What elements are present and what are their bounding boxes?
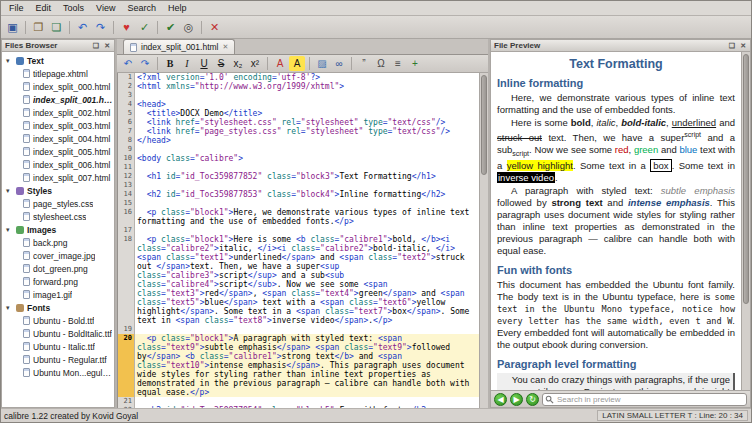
text-color-button[interactable]: A xyxy=(272,56,288,71)
code-text[interactable]: <body class="calibre"> xyxy=(135,154,479,163)
code-text[interactable]: <link href="page_styles.css" rel="styles… xyxy=(135,127,479,136)
file-item[interactable]: index_split_006.html xyxy=(2,158,114,171)
code-text[interactable]: <p class="block1">Here, we demonstrate v… xyxy=(135,208,479,226)
file-item[interactable]: dot_green.png xyxy=(2,262,114,275)
code-line[interactable]: 12 <h1 id="id_Toc359877852" class="block… xyxy=(118,172,479,181)
code-line[interactable]: 18 <p class="block1">Here is some <b cla… xyxy=(118,235,479,325)
code-line[interactable]: 6 <link href="stylesheet.css" rel="style… xyxy=(118,118,479,127)
file-item[interactable]: titlepage.xhtml xyxy=(2,67,114,80)
code-line[interactable]: 1<?xml version='1.0' encoding='utf-8'?> xyxy=(118,73,479,82)
files-section-images[interactable]: ▾Images xyxy=(2,223,114,236)
save-button[interactable]: ▣ xyxy=(4,19,21,35)
undo-button[interactable]: ↶ xyxy=(120,56,136,71)
file-item[interactable]: index_split_003.html xyxy=(2,119,114,132)
code-line[interactable]: 19 xyxy=(118,325,479,334)
preview-scrollbar-thumb[interactable] xyxy=(743,54,749,304)
code-text[interactable]: <head> xyxy=(135,100,479,109)
code-text[interactable] xyxy=(135,397,479,406)
superscript-button[interactable]: x² xyxy=(247,56,263,71)
undo-button[interactable]: ↶ xyxy=(74,19,91,35)
insert-image-button[interactable]: ▨ xyxy=(314,56,330,71)
check-book-button[interactable]: ✔ xyxy=(162,19,179,35)
code-text[interactable] xyxy=(135,325,479,334)
file-item[interactable]: Ubuntu - Regular.ttf xyxy=(2,353,114,366)
preview-scrollbar[interactable] xyxy=(741,52,750,390)
undock-icon[interactable]: ❏ xyxy=(728,42,736,50)
file-item[interactable]: cover_image.jpg xyxy=(2,249,114,262)
new-book-button[interactable]: ❐ xyxy=(30,19,47,35)
open-book-button[interactable]: ❏ xyxy=(48,19,65,35)
code-text[interactable] xyxy=(135,145,479,154)
strike-button[interactable]: S xyxy=(213,56,229,71)
underline-button[interactable]: U xyxy=(196,56,212,71)
close-file-button[interactable]: ✕ xyxy=(206,19,223,35)
close-icon[interactable]: ✕ xyxy=(103,42,111,50)
redo-button[interactable]: ↷ xyxy=(92,19,109,35)
code-line[interactable]: 2<html xmlns="http://www.w3.org/1999/xht… xyxy=(118,82,479,91)
menu-tools[interactable]: Tools xyxy=(57,2,90,14)
subscript-button[interactable]: x₂ xyxy=(230,56,246,71)
file-item[interactable]: Ubuntu - BoldItalic.ttf xyxy=(2,327,114,340)
smarten-punctuation-button[interactable]: ” xyxy=(356,56,372,71)
code-line[interactable]: 21 xyxy=(118,397,479,406)
preview-prev-button[interactable]: ◀ xyxy=(494,393,507,406)
expand-arrow-icon[interactable]: ▾ xyxy=(6,57,13,65)
code-text[interactable]: <p class="block1">A paragraph with style… xyxy=(135,334,479,397)
donate-button[interactable]: ♥ xyxy=(118,19,135,35)
insert-link-button[interactable]: ∞ xyxy=(331,56,347,71)
file-item[interactable]: index_split_000.html xyxy=(2,80,114,93)
code-text[interactable]: </head> xyxy=(135,136,479,145)
menu-help[interactable]: Help xyxy=(162,2,193,14)
file-item[interactable]: Ubuntu Mon...egular.ttf xyxy=(2,366,114,379)
editor-scrollbar-thumb[interactable] xyxy=(481,75,487,175)
code-text[interactable] xyxy=(135,181,479,190)
menu-file[interactable]: File xyxy=(3,2,30,14)
code-text[interactable] xyxy=(135,91,479,100)
code-line[interactable]: 10<body class="calibre"> xyxy=(118,154,479,163)
code-text[interactable]: <title>DOCX Demo</title> xyxy=(135,109,479,118)
code-text[interactable]: <link href="stylesheet.css" rel="stylesh… xyxy=(135,118,479,127)
bold-button[interactable]: B xyxy=(162,56,178,71)
preview-refresh-button[interactable]: ↻ xyxy=(526,393,539,406)
code-lines[interactable]: 1<?xml version='1.0' encoding='utf-8'?>2… xyxy=(118,73,479,408)
insert-special-char-button[interactable]: Ω xyxy=(373,56,389,71)
code-text[interactable]: <h1 id="id_Toc359877852" class="block3">… xyxy=(135,172,479,181)
italic-button[interactable]: I xyxy=(179,56,195,71)
file-item[interactable]: index_split_001.html xyxy=(2,93,114,106)
code-line[interactable]: 9 xyxy=(118,145,479,154)
code-line[interactable]: 8</head> xyxy=(118,136,479,145)
redo-button[interactable]: ↷ xyxy=(137,56,153,71)
file-item[interactable]: page_styles.css xyxy=(2,197,114,210)
file-item[interactable]: index_split_004.html xyxy=(2,132,114,145)
menu-search[interactable]: Search xyxy=(121,2,162,14)
code-text[interactable]: <html xmlns="http://www.w3.org/1999/xhtm… xyxy=(135,82,479,91)
file-item[interactable]: back.png xyxy=(2,236,114,249)
editor-scrollbar[interactable] xyxy=(479,73,488,408)
undock-icon[interactable]: ❏ xyxy=(92,42,100,50)
code-line[interactable]: 3 xyxy=(118,91,479,100)
code-line[interactable]: 16 <p class="block1">Here, we demonstrat… xyxy=(118,208,479,226)
close-icon[interactable]: ✕ xyxy=(739,42,747,50)
code-text[interactable] xyxy=(135,163,479,172)
code-line[interactable]: 15 xyxy=(118,199,479,208)
code-line[interactable]: 13 xyxy=(118,181,479,190)
files-section-text[interactable]: ▾Text xyxy=(2,54,114,67)
code-text[interactable]: <p class="block1">Here is some <b class=… xyxy=(135,235,479,325)
search-in-preview-input[interactable] xyxy=(542,393,747,406)
files-section-fonts[interactable]: ▾Fonts xyxy=(2,301,114,314)
code-line[interactable]: 14 <h2 id="id_Toc359877853" class="block… xyxy=(118,190,479,199)
expand-arrow-icon[interactable]: ▾ xyxy=(6,226,13,234)
code-text[interactable] xyxy=(135,199,479,208)
code-line[interactable]: 7 <link href="page_styles.css" rel="styl… xyxy=(118,127,479,136)
file-item[interactable]: forward.png xyxy=(2,275,114,288)
tab-index-split-001[interactable]: index_split_001.html ✕ xyxy=(123,39,235,54)
tab-close-icon[interactable]: ✕ xyxy=(223,43,229,51)
spell-check-button[interactable]: ✓ xyxy=(136,19,153,35)
file-item[interactable]: stylesheet.css xyxy=(2,210,114,223)
file-item[interactable]: index_split_005.html xyxy=(2,145,114,158)
bg-color-button[interactable]: A xyxy=(289,56,305,71)
search-button[interactable]: ◎ xyxy=(180,19,197,35)
expand-arrow-icon[interactable]: ▾ xyxy=(6,187,13,195)
files-section-styles[interactable]: ▾Styles xyxy=(2,184,114,197)
file-item[interactable]: index_split_007.html xyxy=(2,171,114,184)
